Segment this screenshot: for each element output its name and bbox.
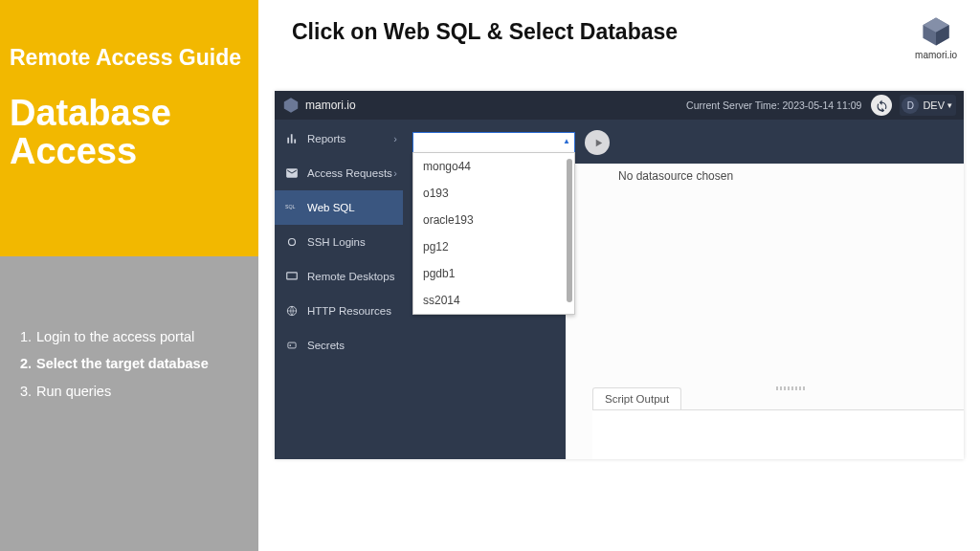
brand-name: mamori.io: [915, 50, 957, 60]
nav-label: Remote Desktops: [307, 271, 394, 282]
db-option[interactable]: oracle193: [413, 207, 574, 233]
app-nav: Reports › Access Requests › SQL Web SQL: [275, 120, 403, 459]
server-time: Current Server Time: 2023-05-14 11:09: [686, 99, 861, 111]
app-panel: mamori.io Current Server Time: 2023-05-1…: [275, 91, 964, 459]
guide-subtitle: Remote Access Guide: [10, 46, 249, 70]
chevron-right-icon: ›: [393, 133, 397, 144]
guide-step-2: Select the target database: [0, 350, 258, 377]
run-button[interactable]: [585, 130, 610, 155]
play-icon: [593, 138, 604, 148]
user-menu[interactable]: D DEV ▾: [900, 95, 956, 116]
svg-marker-3: [284, 98, 298, 112]
nav-label: SSH Logins: [307, 236, 366, 248]
app-header: mamori.io Current Server Time: 2023-05-1…: [275, 91, 964, 120]
nav-item-remote-desktops[interactable]: Remote Desktops: [275, 259, 403, 294]
cube-icon: [920, 15, 952, 48]
nav-item-secrets[interactable]: Secrets: [275, 328, 403, 363]
chevron-right-icon: ›: [393, 167, 397, 179]
refresh-button[interactable]: [871, 95, 892, 116]
chart-icon: [284, 132, 300, 145]
page-heading: Click on Web SQL & Select Database: [258, 0, 980, 45]
scrollbar-thumb[interactable]: [567, 159, 572, 302]
app-stage: ▲ No datasource chosen mongo44 o193 orac…: [403, 120, 964, 459]
globe-icon: [284, 304, 300, 318]
guide-title: Database Access: [10, 95, 249, 171]
nav-label: Access Requests: [307, 167, 392, 179]
db-option[interactable]: ss2014: [413, 287, 574, 314]
guide-header: Remote Access Guide Database Access: [0, 0, 258, 256]
nav-item-access-requests[interactable]: Access Requests ›: [275, 156, 403, 190]
sql-icon: SQL: [284, 201, 300, 214]
svg-rect-6: [287, 273, 298, 279]
guide-step-3: Run queries: [0, 378, 258, 405]
user-name: DEV: [923, 99, 945, 111]
svg-point-9: [289, 344, 291, 346]
script-output-panel: [592, 409, 964, 459]
nav-label: HTTP Resources: [307, 305, 391, 317]
main-content: Click on Web SQL & Select Database mamor…: [258, 0, 980, 551]
svg-point-5: [289, 239, 296, 246]
db-option[interactable]: pgdb1: [413, 260, 574, 287]
nav-item-http-resources[interactable]: HTTP Resources: [275, 294, 403, 328]
svg-rect-8: [288, 342, 296, 348]
svg-marker-10: [595, 139, 601, 145]
nav-label: Reports: [307, 133, 345, 144]
svg-text:SQL: SQL: [285, 204, 296, 209]
terminal-icon: [284, 235, 300, 249]
nav-item-reports[interactable]: Reports ›: [275, 121, 403, 156]
db-option[interactable]: mongo44: [413, 153, 574, 180]
app-logo-icon: [282, 97, 300, 114]
db-option[interactable]: pg12: [413, 233, 574, 260]
desktop-icon: [284, 270, 300, 283]
app-product-name: mamori.io: [305, 99, 356, 112]
brand-logo: mamori.io: [915, 15, 957, 60]
database-select[interactable]: ▲: [412, 132, 575, 153]
key-icon: [284, 339, 300, 352]
db-option[interactable]: o193: [413, 180, 574, 207]
inbox-icon: [284, 166, 300, 180]
nav-item-ssh-logins[interactable]: SSH Logins: [275, 225, 403, 259]
script-output-tab[interactable]: Script Output: [592, 387, 681, 409]
nav-item-web-sql[interactable]: SQL Web SQL: [275, 190, 403, 225]
refresh-icon: [876, 99, 888, 112]
caret-up-icon: ▲: [563, 137, 570, 145]
no-datasource-message: No datasource chosen: [618, 169, 733, 183]
user-avatar: D: [902, 97, 919, 114]
resize-handle[interactable]: [776, 386, 805, 390]
guide-sidebar: Remote Access Guide Database Access Logi…: [0, 0, 258, 551]
nav-label: Web SQL: [307, 202, 355, 213]
chevron-down-icon: ▾: [947, 100, 952, 110]
guide-steps: Login to the access portal Select the ta…: [0, 256, 258, 405]
nav-label: Secrets: [307, 340, 345, 351]
database-dropdown[interactable]: mongo44 o193 oracle193 pg12 pgdb1 ss2014: [412, 152, 575, 315]
guide-step-1: Login to the access portal: [0, 323, 258, 350]
